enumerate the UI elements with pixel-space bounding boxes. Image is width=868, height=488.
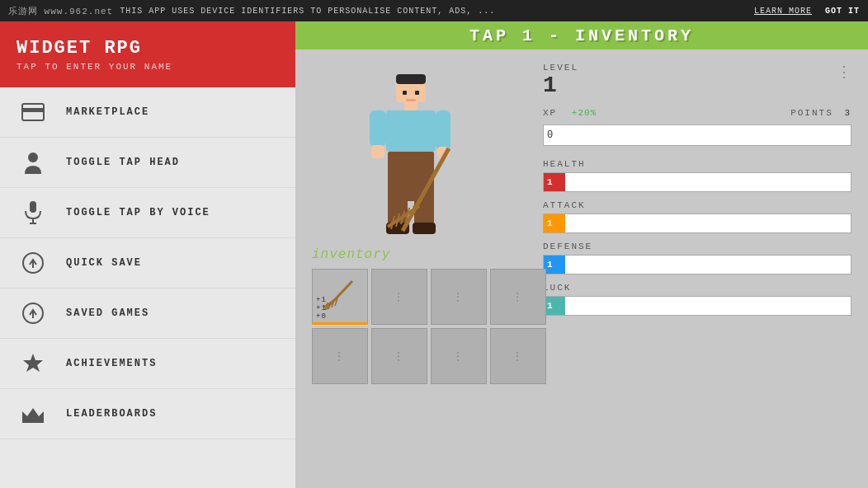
sidebar: widget RPG TAP TO ENTER YOUR NAME MARKET… xyxy=(0,21,295,488)
level-label: LEVEL xyxy=(543,63,578,73)
slot-7-dots: ⋮ xyxy=(452,350,465,364)
attack-bar: 1 xyxy=(543,214,851,233)
inventory-label: inventory xyxy=(312,247,510,262)
banner-actions: LEARN MORE GOT IT xyxy=(754,7,860,16)
inventory-slot-3[interactable]: ⋮ xyxy=(431,269,487,325)
sidebar-item-saved-games[interactable]: SAVED GAMES xyxy=(0,289,295,339)
inventory-slot-2[interactable]: ⋮ xyxy=(371,269,427,325)
character-area: inventory xyxy=(295,49,526,488)
svg-rect-25 xyxy=(413,223,436,234)
sidebar-item-marketplace[interactable]: MARKETPLACE xyxy=(0,87,295,138)
svg-rect-34 xyxy=(415,91,419,95)
person-icon xyxy=(20,149,46,176)
attack-stat-row: ATTACK 1 xyxy=(543,200,851,233)
slot-1-stats: +1+1+0 xyxy=(316,296,327,321)
xp-row: XP +20% POINTS 3 xyxy=(543,105,851,120)
top-banner: 乐游网 www.962.net THIS APP USES DEVICE IDE… xyxy=(0,0,868,21)
defense-stat-row: DEFENSE 1 xyxy=(543,242,851,274)
defense-bar: 1 xyxy=(543,255,851,274)
inventory-slot-5[interactable]: ⋮ xyxy=(312,328,368,384)
got-it-button[interactable]: GOT IT xyxy=(825,7,860,16)
luck-fill: 1 xyxy=(544,297,565,315)
sidebar-item-toggle-tap-head[interactable]: TOGGLE TAP HEAD xyxy=(0,138,295,188)
level-block: LEVEL 1 xyxy=(543,63,578,98)
health-label: HEALTH xyxy=(543,159,851,169)
slot-3-dots: ⋮ xyxy=(452,290,465,304)
svg-rect-19 xyxy=(371,145,384,158)
svg-rect-3 xyxy=(30,201,36,213)
inventory-slot-4[interactable]: ⋮ xyxy=(490,269,546,325)
slot-8-dots: ⋮ xyxy=(512,350,525,364)
slot-6-dots: ⋮ xyxy=(393,350,406,364)
attack-fill: 1 xyxy=(544,214,565,232)
level-value: 1 xyxy=(543,73,578,98)
svg-rect-21 xyxy=(388,152,434,201)
content-body: inventory xyxy=(295,49,868,488)
health-stat-row: HEALTH 1 xyxy=(543,159,851,192)
attack-value: 1 xyxy=(547,218,554,228)
sidebar-item-toggle-tap-voice[interactable]: TOGGLE TAP BY VOICE xyxy=(0,188,295,238)
svg-rect-14 xyxy=(396,74,426,84)
app-title: widget RPG xyxy=(17,38,279,59)
toggle-tap-head-label: TOGGLE TAP HEAD xyxy=(66,157,180,168)
upload-icon xyxy=(20,250,46,276)
svg-rect-17 xyxy=(370,110,386,147)
svg-rect-35 xyxy=(406,99,416,101)
svg-rect-16 xyxy=(386,110,436,152)
stats-area: LEVEL 1 ⋮ XP +20% POINTS 3 xyxy=(526,49,868,488)
content-title: TAP 1 - INVENTORY xyxy=(469,26,694,45)
svg-rect-12 xyxy=(22,420,44,423)
slot-2-dots: ⋮ xyxy=(393,290,406,304)
slot-4-dots: ⋮ xyxy=(512,290,525,304)
content-area: TAP 1 - INVENTORY xyxy=(295,21,868,488)
banner-message: THIS APP USES DEVICE IDENTIFIERS TO PERS… xyxy=(120,7,495,16)
inventory-slot-1[interactable]: +1+1+0 xyxy=(312,269,368,325)
watermark-text: 乐游网 www.962.net xyxy=(8,5,113,17)
leaderboards-label: LEADERBOARDS xyxy=(66,408,157,420)
svg-rect-18 xyxy=(436,110,451,150)
crown-icon xyxy=(20,401,46,427)
inventory-slot-6[interactable]: ⋮ xyxy=(371,328,427,384)
health-value: 1 xyxy=(547,177,554,187)
attack-label: ATTACK xyxy=(543,200,851,210)
learn-more-button[interactable]: LEARN MORE xyxy=(754,7,812,16)
health-fill: 1 xyxy=(544,173,565,191)
sidebar-header: widget RPG TAP TO ENTER YOUR NAME xyxy=(0,21,295,87)
tap-prompt[interactable]: TAP TO ENTER YOUR NAME xyxy=(17,62,279,72)
main-layout: widget RPG TAP TO ENTER YOUR NAME MARKET… xyxy=(0,21,868,488)
luck-bar: 1 xyxy=(543,296,851,316)
quick-save-label: QUICK SAVE xyxy=(66,257,142,269)
xp-bonus: +20% xyxy=(572,108,597,118)
inventory-slot-8[interactable]: ⋮ xyxy=(490,328,546,384)
points-block: POINTS 3 xyxy=(790,105,851,120)
luck-value: 1 xyxy=(547,301,554,311)
sidebar-item-quick-save[interactable]: QUICK SAVE xyxy=(0,238,295,289)
svg-rect-15 xyxy=(404,102,417,110)
luck-label: LUCK xyxy=(543,283,851,293)
defense-fill: 1 xyxy=(544,256,565,274)
mic-icon xyxy=(20,199,46,226)
marketplace-label: MARKETPLACE xyxy=(66,106,149,118)
defense-label: DEFENSE xyxy=(543,242,851,251)
svg-rect-33 xyxy=(403,91,407,95)
sidebar-item-achievements[interactable]: ACHIEVEMENTS xyxy=(0,339,295,389)
content-header: TAP 1 - INVENTORY xyxy=(295,21,868,49)
toggle-tap-voice-label: TOGGLE TAP BY VOICE xyxy=(66,207,210,218)
luck-stat-row: LUCK 1 xyxy=(543,283,851,316)
stats-header: LEVEL 1 ⋮ xyxy=(543,63,851,98)
xp-bar: 0 xyxy=(543,124,851,146)
banner-left: 乐游网 www.962.net THIS APP USES DEVICE IDE… xyxy=(8,5,495,17)
achievements-label: ACHIEVEMENTS xyxy=(66,358,157,369)
svg-point-2 xyxy=(28,152,38,162)
more-options-button[interactable]: ⋮ xyxy=(837,63,851,81)
xp-labels: XP +20% xyxy=(543,105,597,120)
inventory-slot-7[interactable]: ⋮ xyxy=(431,328,487,384)
svg-rect-1 xyxy=(22,108,44,112)
card-icon xyxy=(20,99,46,125)
points-value: 3 xyxy=(844,108,851,118)
sidebar-item-leaderboards[interactable]: LEADERBOARDS xyxy=(0,389,295,439)
points-label: POINTS xyxy=(790,108,833,118)
saved-games-icon xyxy=(20,300,46,326)
defense-value: 1 xyxy=(547,260,554,270)
svg-marker-10 xyxy=(23,354,43,372)
